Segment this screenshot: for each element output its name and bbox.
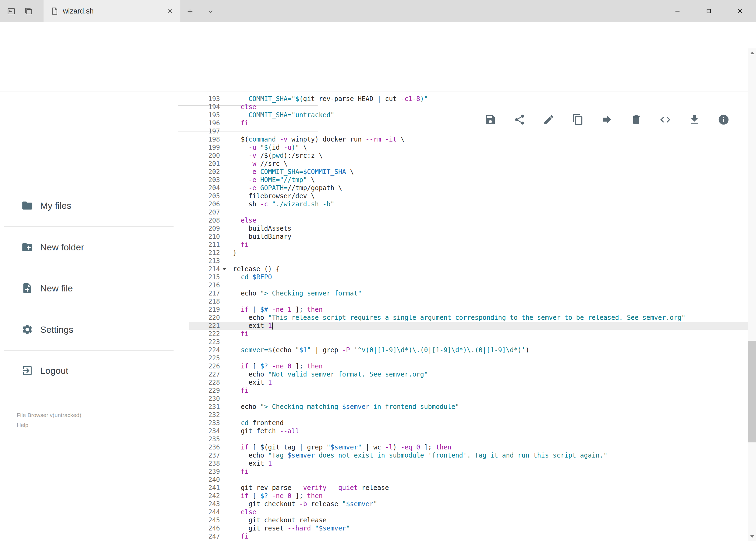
code-line[interactable]: 194 else xyxy=(189,103,748,111)
sidebar-item-my-files[interactable]: My files xyxy=(0,195,173,216)
code-line[interactable]: 225 xyxy=(189,354,748,362)
code-line[interactable]: 242 if [ $? -ne 0 ]; then xyxy=(189,492,748,500)
code-line[interactable]: 211 fi xyxy=(189,241,748,249)
app-version: File Browser v(untracked) xyxy=(17,410,81,420)
sidebar-item-settings[interactable]: Settings xyxy=(0,319,173,340)
code-line[interactable]: 233 cd frontend xyxy=(189,419,748,427)
code-line[interactable]: 244 else xyxy=(189,508,748,516)
code-line[interactable]: 235 xyxy=(189,435,748,443)
code-line[interactable]: 209 buildAssets xyxy=(189,225,748,233)
sidebar-item-new-file[interactable]: New file xyxy=(0,277,173,299)
line-number: 212 xyxy=(189,249,220,257)
code-line[interactable]: 245 git checkout release xyxy=(189,516,748,524)
code-line[interactable]: 221 exit 1 xyxy=(189,322,748,330)
code-line[interactable]: 220 echo "This release script requires a… xyxy=(189,313,748,322)
code-line[interactable]: 238 exit 1 xyxy=(189,459,748,467)
code-line[interactable]: 205 filebrowser/dev \ xyxy=(189,192,748,200)
code-line[interactable]: 210 buildBinary xyxy=(189,233,748,241)
new-folder-icon xyxy=(21,241,33,253)
code-line[interactable]: 213 xyxy=(189,257,748,265)
line-number: 214 xyxy=(189,265,220,273)
line-number: 232 xyxy=(189,411,220,419)
code-line[interactable]: 204 -e GOPATH=//tmp/gopath \ xyxy=(189,184,748,192)
code-line[interactable]: 226 if [ $? -ne 0 ]; then xyxy=(189,362,748,370)
new-file-icon xyxy=(21,282,33,294)
maximize-button[interactable] xyxy=(697,0,720,22)
browser-titlebar: wizard.sh xyxy=(0,0,756,22)
code-line[interactable]: 240 xyxy=(189,476,748,484)
code-line[interactable]: 217 echo "> Checking semver format" xyxy=(189,289,748,297)
code-line[interactable]: 223 xyxy=(189,338,748,346)
line-number: 240 xyxy=(189,476,220,484)
code-line[interactable]: 231 echo "> Checking matching $semver in… xyxy=(189,403,748,411)
line-number: 197 xyxy=(189,127,220,135)
code-line[interactable]: 196 fi xyxy=(189,119,748,127)
line-number: 226 xyxy=(189,362,220,370)
line-number: 243 xyxy=(189,500,220,508)
code-line[interactable]: 224 semver=$(echo "$1" | grep -P '^v(0|[… xyxy=(189,346,748,354)
code-line[interactable]: 237 echo "Tag $semver does not exist in … xyxy=(189,451,748,459)
browser-tab[interactable]: wizard.sh xyxy=(43,0,180,22)
page-icon xyxy=(51,7,59,15)
code-line[interactable]: 207 xyxy=(189,208,748,216)
tab-preview-chevron[interactable] xyxy=(205,6,216,17)
close-window-button[interactable] xyxy=(728,0,752,22)
new-tab-button[interactable] xyxy=(185,6,195,17)
code-line[interactable]: 227 echo "Not valid semver format. See s… xyxy=(189,370,748,378)
line-number: 235 xyxy=(189,435,220,443)
line-number: 244 xyxy=(189,508,220,516)
code-line[interactable]: 193 COMMIT_SHA="$(git rev-parse HEAD | c… xyxy=(189,95,748,103)
code-line[interactable]: 206 sh -c "./wizard.sh -b" xyxy=(189,200,748,208)
minimize-button[interactable] xyxy=(666,0,689,22)
line-number: 221 xyxy=(189,322,220,330)
code-line[interactable]: 202 -e COMMIT_SHA=$COMMIT_SHA \ xyxy=(189,168,748,176)
code-line[interactable]: 222 fi xyxy=(189,330,748,338)
line-number: 231 xyxy=(189,403,220,411)
code-editor[interactable]: 193 COMMIT_SHA="$(git rev-parse HEAD | c… xyxy=(189,92,748,541)
scroll-up-icon[interactable] xyxy=(750,52,754,54)
code-line[interactable]: 199 -u "$(id -u)" \ xyxy=(189,144,748,152)
scrollbar[interactable] xyxy=(748,48,756,541)
tab-close-button[interactable] xyxy=(165,6,175,16)
code-line[interactable]: 236 if [ $(git tag | grep "$semver" | wc… xyxy=(189,443,748,451)
line-number: 229 xyxy=(189,386,220,395)
code-line[interactable]: 241 git rev-parse --verify --quiet relea… xyxy=(189,484,748,492)
code-line[interactable]: 228 exit 1 xyxy=(189,378,748,386)
line-number: 223 xyxy=(189,338,220,346)
code-line[interactable]: 229 fi xyxy=(189,386,748,395)
scroll-down-icon[interactable] xyxy=(750,535,754,538)
code-line[interactable]: 198 $(command -v winpty) docker run --rm… xyxy=(189,135,748,144)
sidebar-item-label: Logout xyxy=(40,365,68,376)
line-number: 198 xyxy=(189,135,220,144)
code-line[interactable]: 247 fi xyxy=(189,532,748,540)
sidebar-item-logout[interactable]: Logout xyxy=(0,360,173,381)
code-line[interactable]: 203 -e HOME="//tmp" \ xyxy=(189,176,748,184)
tabs-preview-button[interactable] xyxy=(23,6,34,17)
code-line[interactable]: 201 -w //src \ xyxy=(189,160,748,168)
fold-arrow-icon[interactable] xyxy=(222,268,226,270)
code-line[interactable]: 218 xyxy=(189,297,748,305)
code-line[interactable]: 234 git fetch --all xyxy=(189,427,748,435)
sidebar-item-new-folder[interactable]: New folder xyxy=(0,236,173,258)
code-line[interactable]: 195 COMMIT_SHA="untracked" xyxy=(189,111,748,119)
line-number: 224 xyxy=(189,346,220,354)
code-line[interactable]: 230 xyxy=(189,395,748,403)
code-line[interactable]: 200 -v /$(pwd):/src:z \ xyxy=(189,152,748,160)
code-line[interactable]: 197 xyxy=(189,127,748,135)
help-link[interactable]: Help xyxy=(17,420,81,430)
code-line[interactable]: 214release () { xyxy=(189,265,748,273)
code-line[interactable]: 215 cd $REPO xyxy=(189,273,748,281)
code-line[interactable]: 232 xyxy=(189,411,748,419)
code-line[interactable]: 246 git reset --hard "$semver" xyxy=(189,524,748,532)
set-tabs-aside-button[interactable] xyxy=(6,6,17,17)
code-line[interactable]: 212} xyxy=(189,249,748,257)
code-line[interactable]: 239 fi xyxy=(189,467,748,476)
code-line[interactable]: 219 if [ $# -ne 1 ]; then xyxy=(189,305,748,313)
scrollbar-thumb[interactable] xyxy=(748,341,756,442)
line-number: 225 xyxy=(189,354,220,362)
code-line[interactable]: 216 xyxy=(189,281,748,289)
line-number: 230 xyxy=(189,395,220,403)
line-number: 215 xyxy=(189,273,220,281)
code-line[interactable]: 208 else xyxy=(189,216,748,225)
code-line[interactable]: 243 git checkout -b release "$semver" xyxy=(189,500,748,508)
